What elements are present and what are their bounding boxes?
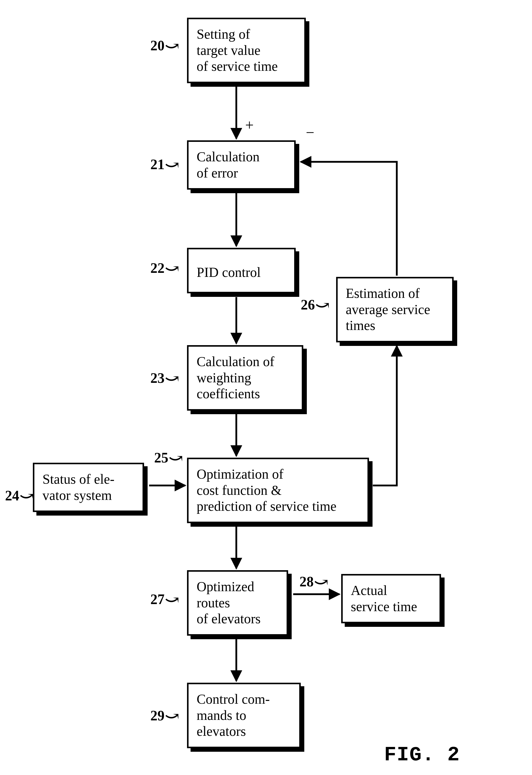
ref-20: 20⤻ <box>150 35 179 56</box>
ref-28: 28⤻ <box>299 572 329 592</box>
ref-29: 29⤻ <box>150 705 179 726</box>
box-24-status-elevator-system: Status of ele-vator system <box>33 463 144 512</box>
ref-26: 26⤻ <box>301 294 330 315</box>
figure-label: FIG. 2 <box>384 743 460 766</box>
box-26-text: Estimation ofaverage servicetimes <box>346 286 430 333</box>
ref-27: 27⤻ <box>150 589 179 610</box>
box-21-calculation-of-error: Calculationof error <box>187 140 296 190</box>
box-28-text: Actualservice time <box>351 583 417 614</box>
box-25-optimization-cost-function: Optimization ofcost function &prediction… <box>187 458 369 523</box>
box-29-control-commands: Control com-mands toelevators <box>187 683 301 748</box>
ref-21: 21⤻ <box>150 154 179 175</box>
box-20-text: Setting oftarget valueof service time <box>197 27 278 74</box>
box-26-estimation-average-service-times: Estimation ofaverage servicetimes <box>336 277 454 342</box>
box-23-calculation-weighting-coefficients: Calculation ofweightingcoefficients <box>187 345 303 411</box>
box-22-pid-control: PID control <box>187 248 296 293</box>
box-27-optimized-routes: Optimizedroutesof elevators <box>187 570 288 636</box>
box-23-text: Calculation ofweightingcoefficients <box>197 354 274 401</box>
minus-sign: − <box>306 124 314 141</box>
plus-sign: + <box>245 116 254 134</box>
ref-22: 22⤻ <box>150 258 179 279</box>
box-28-actual-service-time: Actualservice time <box>341 574 441 623</box>
box-21-text: Calculationof error <box>197 149 260 180</box>
ref-24: 24⤻ <box>5 486 34 506</box>
box-29-text: Control com-mands toelevators <box>197 692 270 739</box>
box-22-text: PID control <box>197 265 261 280</box>
box-27-text: Optimizedroutesof elevators <box>197 579 261 626</box>
box-24-text: Status of ele-vator system <box>42 472 114 503</box>
flowchart-canvas: Setting oftarget valueof service time 20… <box>0 0 532 775</box>
box-25-text: Optimization ofcost function &prediction… <box>197 467 336 514</box>
ref-23: 23⤻ <box>150 368 179 389</box>
ref-25: 25⤻ <box>154 448 183 468</box>
box-20-setting-target-value: Setting oftarget valueof service time <box>187 18 306 83</box>
